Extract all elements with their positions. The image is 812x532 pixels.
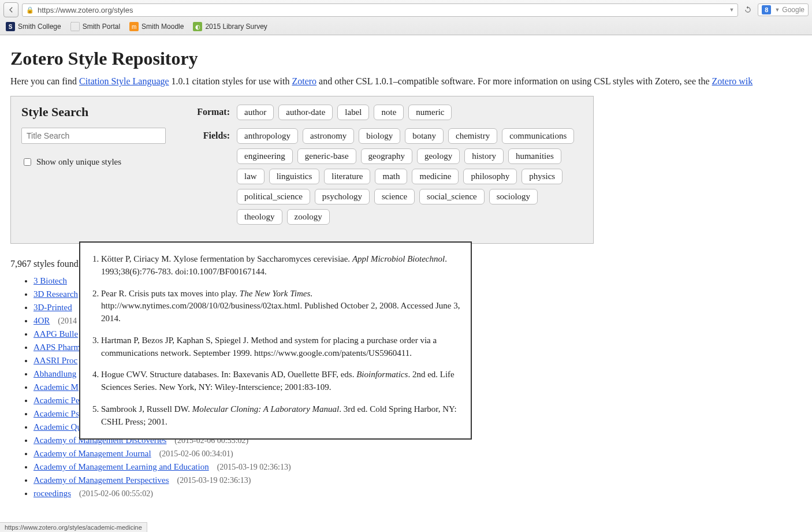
- fields-label: Fields:: [192, 128, 237, 141]
- format-chip-note[interactable]: note: [374, 105, 404, 120]
- format-chip-wrap: authorauthor-datelabelnotenumeric: [237, 105, 452, 120]
- zotero-wiki-link[interactable]: Zotero wik: [712, 76, 753, 86]
- field-chip-geology[interactable]: geology: [417, 148, 460, 164]
- field-chip-chemistry[interactable]: chemistry: [448, 128, 497, 144]
- title-search-input[interactable]: [21, 128, 166, 144]
- format-row: Format: authorauthor-datelabelnotenumeri…: [192, 105, 583, 120]
- search-engine-box[interactable]: 8 ▼ Google: [758, 3, 809, 16]
- format-chip-numeric[interactable]: numeric: [408, 105, 452, 120]
- style-date: (2015-02-06 00:55:02): [79, 489, 153, 498]
- style-search-heading: Style Search: [21, 105, 192, 120]
- bookmark-label: Smith Portal: [83, 23, 120, 31]
- field-chip-zoology[interactable]: zoology: [287, 209, 330, 225]
- fields-row: Fields: anthropologyastronomybiologybota…: [192, 128, 583, 225]
- bookmark-label: Smith College: [18, 23, 61, 31]
- bookmark-smith-college[interactable]: S Smith College: [6, 22, 61, 31]
- bookmark-smith-moodle[interactable]: m Smith Moodle: [129, 22, 184, 31]
- field-chip-biology[interactable]: biology: [359, 128, 400, 144]
- intro-paragraph: Here you can find Citation Style Languag…: [10, 76, 802, 87]
- style-list-item: Academy of Management Journal(2015-02-06…: [33, 449, 802, 459]
- bookmark-icon: m: [129, 22, 139, 31]
- field-chip-engineering[interactable]: engineering: [237, 148, 293, 164]
- style-link[interactable]: 3D-Printed: [33, 303, 72, 312]
- unique-styles-label: Show only unique styles: [36, 157, 121, 167]
- bookmark-label: 2015 Library Survey: [205, 23, 267, 31]
- style-link[interactable]: Academy of Management Perspectives: [33, 475, 169, 485]
- preview-citation-list: Kötter P, Ciriacy M. Xylose fermentation…: [85, 253, 460, 428]
- style-link[interactable]: 4OR: [33, 316, 50, 325]
- field-chip-psychology[interactable]: psychology: [315, 189, 370, 204]
- fields-chip-wrap: anthropologyastronomybiologybotanychemis…: [237, 128, 583, 225]
- intro-text: 1.0.1 citation styles for use with: [169, 76, 292, 86]
- zotero-link[interactable]: Zotero: [292, 76, 316, 86]
- style-link[interactable]: roceedings: [33, 489, 71, 498]
- bookmarks-bar: S Smith College Smith Portal m Smith Moo…: [0, 20, 812, 35]
- field-chip-law[interactable]: law: [237, 169, 265, 184]
- field-chip-anthropology[interactable]: anthropology: [237, 128, 298, 144]
- csl-link[interactable]: Citation Style Language: [79, 76, 169, 86]
- bookmark-icon: S: [6, 22, 15, 31]
- format-label: Format:: [192, 105, 237, 117]
- style-link[interactable]: AASRI Proc: [33, 356, 77, 365]
- chevron-down-icon[interactable]: ▼: [729, 7, 734, 13]
- field-chip-generic-base[interactable]: generic-base: [297, 148, 356, 164]
- preview-citation-item: Hogue CWV. Structure databases. In: Baxe…: [101, 369, 460, 394]
- url-text: https://www.zotero.org/styles: [38, 6, 133, 14]
- page-content: Zotero Style Repository Here you can fin…: [0, 35, 812, 510]
- google-icon: 8: [762, 5, 771, 14]
- style-link[interactable]: Academic M: [33, 382, 79, 392]
- style-link[interactable]: AAPG Bulle: [33, 329, 78, 338]
- url-bar-row: 🔒 https://www.zotero.org/styles ▼ 8 ▼ Go…: [0, 0, 812, 20]
- style-link[interactable]: 3D Research: [33, 289, 78, 299]
- bookmark-smith-portal[interactable]: Smith Portal: [70, 22, 120, 31]
- arrow-left-icon: [7, 6, 15, 14]
- back-button[interactable]: [3, 2, 18, 17]
- field-chip-social_science[interactable]: social_science: [419, 189, 485, 204]
- style-preview-popup: Kötter P, Ciriacy M. Xylose fermentation…: [79, 241, 472, 440]
- preview-citation-item: Kötter P, Ciriacy M. Xylose fermentation…: [101, 253, 460, 278]
- style-link[interactable]: Academy of Management Learning and Educa…: [33, 462, 209, 471]
- field-chip-literature[interactable]: literature: [324, 169, 370, 184]
- field-chip-linguistics[interactable]: linguistics: [269, 169, 320, 184]
- style-date: (2014: [58, 317, 77, 325]
- field-chip-history[interactable]: history: [464, 148, 504, 164]
- field-chip-communications[interactable]: communications: [502, 128, 574, 144]
- field-chip-political_science[interactable]: political_science: [237, 189, 310, 204]
- style-link[interactable]: Abhandlung: [33, 369, 76, 378]
- lock-icon: 🔒: [26, 6, 34, 14]
- style-date: (2015-02-06 00:34:01): [159, 449, 233, 458]
- style-list-item: roceedings(2015-02-06 00:55:02): [33, 489, 802, 498]
- field-chip-medicine[interactable]: medicine: [412, 169, 459, 184]
- format-chip-author-date[interactable]: author-date: [278, 105, 333, 120]
- intro-text: Here you can find: [10, 76, 79, 86]
- reload-button[interactable]: [742, 3, 754, 16]
- style-list-item: Academy of Management Learning and Educa…: [33, 462, 802, 472]
- field-chip-physics[interactable]: physics: [522, 169, 563, 184]
- style-list-item: Academy of Management Perspectives(2015-…: [33, 475, 802, 485]
- format-chip-author[interactable]: author: [237, 105, 274, 120]
- preview-citation-item: Pear R. Crisis puts tax moves into play.…: [101, 288, 460, 325]
- url-field[interactable]: 🔒 https://www.zotero.org/styles ▼: [22, 3, 738, 17]
- style-link[interactable]: 3 Biotech: [33, 276, 67, 285]
- bookmark-icon: ◐: [193, 22, 202, 31]
- style-link[interactable]: AAPS Pharm: [33, 343, 80, 352]
- field-chip-philosophy[interactable]: philosophy: [463, 169, 517, 184]
- format-chip-label[interactable]: label: [337, 105, 369, 120]
- chevron-down-icon[interactable]: ▼: [774, 7, 780, 13]
- field-chip-sociology[interactable]: sociology: [489, 189, 538, 204]
- preview-citation-item: Sambrook J, Russell DW. Molecular Clonin…: [101, 403, 460, 429]
- field-chip-botany[interactable]: botany: [405, 128, 444, 144]
- style-search-box: Style Search Show only unique styles For…: [10, 96, 594, 244]
- style-link[interactable]: Academy of Management Journal: [33, 449, 151, 458]
- bookmark-icon: [70, 22, 80, 31]
- field-chip-math[interactable]: math: [375, 169, 407, 184]
- intro-text: and other CSL 1.0.1–compatible software.…: [316, 76, 712, 86]
- unique-styles-checkbox[interactable]: [24, 158, 31, 166]
- field-chip-science[interactable]: science: [374, 189, 415, 204]
- bookmark-library-survey[interactable]: ◐ 2015 Library Survey: [193, 22, 267, 31]
- field-chip-theology[interactable]: theology: [237, 209, 282, 225]
- bookmark-label: Smith Moodle: [141, 23, 184, 31]
- field-chip-geography[interactable]: geography: [361, 148, 412, 164]
- field-chip-astronomy[interactable]: astronomy: [303, 128, 354, 144]
- field-chip-humanities[interactable]: humanities: [508, 148, 561, 164]
